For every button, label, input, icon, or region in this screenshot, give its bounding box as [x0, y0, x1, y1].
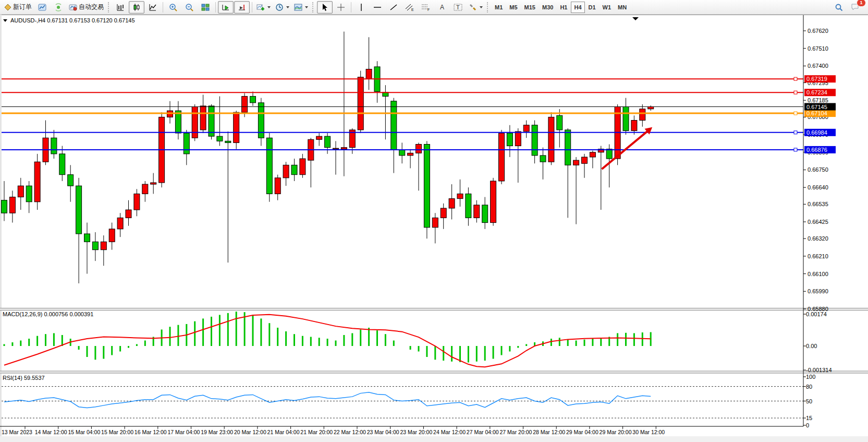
timeframe-h1-button[interactable]: H1 — [557, 2, 570, 13]
trendline-tool-button[interactable] — [386, 1, 401, 14]
crosshair-tool-button[interactable] — [333, 1, 349, 14]
cursor-tool-button[interactable] — [317, 1, 333, 14]
candle-body — [250, 97, 256, 103]
zoom-in-button[interactable] — [165, 1, 181, 14]
time-tick-label: 15 Mar 04:00 — [68, 429, 100, 435]
price-tag-label: 0.67234 — [806, 89, 827, 95]
auto-scroll-button[interactable] — [218, 1, 234, 14]
line-anchor[interactable] — [794, 112, 797, 115]
line-chart-icon — [149, 3, 157, 11]
notification-badge: 1 — [857, 0, 866, 7]
timeframe-m1-button[interactable]: M1 — [492, 2, 506, 13]
zoom-in-icon — [169, 3, 177, 11]
chart-shift-button[interactable] — [234, 1, 250, 14]
new-chart-button[interactable] — [34, 1, 50, 14]
toolbar-separator — [252, 2, 252, 13]
rsi-tick-label: 80 — [806, 384, 812, 390]
search-button[interactable] — [831, 1, 847, 14]
arrows-tool-button[interactable] — [467, 1, 485, 14]
candle-body — [449, 199, 455, 208]
candle-body — [424, 144, 430, 227]
candle-body — [482, 205, 488, 223]
timeframe-w1-button[interactable]: W1 — [600, 2, 615, 13]
candlestick-icon — [132, 3, 141, 11]
channel-tool-button[interactable]: E — [402, 1, 418, 14]
time-tick-label: 28 Mar 12:00 — [533, 429, 565, 435]
time-tick-label: 14 Mar 12:00 — [35, 429, 67, 435]
timeframe-mn-button[interactable]: MN — [615, 2, 630, 13]
line-chart-type-button[interactable] — [145, 1, 161, 14]
timeframe-d1-button[interactable]: D1 — [585, 2, 599, 13]
macd-indicator-label: MACD(12,26,9) 0.000756 0.000391 — [3, 311, 93, 317]
line-anchor[interactable] — [794, 148, 797, 151]
price-tick-label: 0.66425 — [808, 219, 828, 225]
new-order-button[interactable]: 新订单 — [2, 1, 34, 14]
candle-body — [623, 107, 629, 131]
timeframe-m5-button[interactable]: M5 — [506, 2, 520, 13]
price-tag-label: 0.67104 — [806, 110, 827, 116]
candle-body — [59, 154, 65, 175]
timeframe-h4-button[interactable]: H4 — [571, 2, 584, 13]
candle-body — [416, 144, 422, 153]
timeframe-m15-button[interactable]: M15 — [521, 2, 539, 13]
bar-chart-icon — [116, 3, 125, 11]
new-chart-icon — [38, 4, 46, 11]
candle-body — [18, 186, 23, 197]
price-tick-label: 0.66320 — [808, 235, 828, 242]
candle-body — [548, 117, 554, 162]
price-tick-label: 0.65990 — [808, 288, 828, 294]
fibonacci-tool-button[interactable]: F — [418, 1, 434, 14]
horizontal-line-tool-button[interactable] — [370, 1, 385, 14]
candle-body — [582, 157, 588, 163]
candle-body — [217, 136, 223, 141]
template-button[interactable] — [292, 1, 310, 14]
candle-body — [101, 242, 106, 249]
candle-body — [606, 149, 612, 159]
macd-tick-label: 0.00174 — [806, 311, 827, 317]
candle-body — [366, 69, 372, 79]
trading-platform-window: 新订单 自动交易 — [0, 0, 868, 442]
chat-button[interactable]: 1 — [847, 1, 863, 14]
candle-body — [565, 130, 571, 165]
text-tool-button[interactable]: A — [434, 1, 450, 14]
candle-body — [316, 136, 322, 139]
candle-body — [68, 175, 74, 186]
candle-body — [151, 183, 156, 184]
line-anchor[interactable] — [794, 131, 797, 134]
toolbar-grip — [108, 2, 111, 13]
dropdown-arrow-icon — [480, 6, 483, 10]
vertical-line-tool-button[interactable] — [353, 1, 369, 14]
price-tick-label: 0.67620 — [808, 28, 828, 34]
candle-body — [225, 141, 231, 142]
price-tag-label: 0.67319 — [806, 76, 827, 82]
add-indicator-button[interactable] — [254, 1, 273, 14]
candlestick-chart-type-button[interactable] — [129, 1, 144, 14]
line-anchor[interactable] — [794, 77, 797, 80]
zoom-out-icon — [185, 3, 193, 11]
tile-windows-button[interactable] — [198, 1, 213, 14]
candle-body — [200, 106, 206, 130]
bar-chart-type-button[interactable] — [113, 1, 128, 14]
auto-trading-icon — [69, 4, 77, 11]
timeframe-m30-button[interactable]: M30 — [539, 2, 556, 13]
auto-scroll-icon — [222, 3, 230, 11]
candle-body — [408, 153, 413, 156]
time-tick-label: 20 Mar 12:00 — [234, 429, 266, 435]
rsi-indicator-label: RSI(14) 59.5537 — [3, 375, 45, 381]
candle-body — [325, 136, 331, 147]
text-label-tool-button[interactable]: T — [450, 1, 466, 14]
zoom-out-button[interactable] — [181, 1, 197, 14]
candle-body — [333, 148, 339, 149]
price-chart[interactable]: 0.676200.675100.674000.672950.671850.670… — [0, 15, 868, 442]
candle-body — [523, 125, 529, 132]
candle-body — [358, 77, 363, 130]
line-anchor[interactable] — [794, 91, 797, 94]
price-tick-label: 0.67510 — [808, 45, 828, 52]
time-tick-label: 13 Mar 2023 — [2, 429, 32, 435]
period-button[interactable] — [273, 1, 291, 14]
dropdown-arrow-icon — [305, 6, 308, 10]
auto-trading-button[interactable]: 自动交易 — [67, 1, 106, 14]
candle-body — [499, 133, 505, 181]
price-tick-label: 0.66535 — [808, 201, 828, 207]
alerts-button[interactable] — [51, 1, 66, 14]
